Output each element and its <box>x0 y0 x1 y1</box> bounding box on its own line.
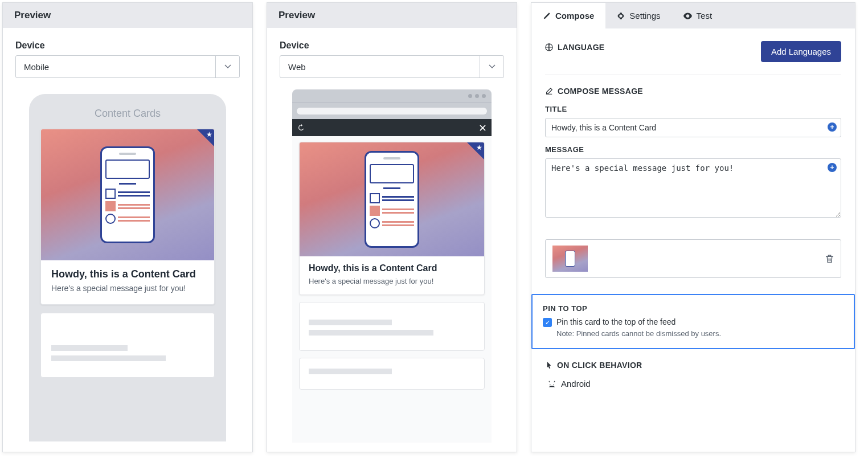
browser-toolbar <box>292 102 492 119</box>
compose-panel: Compose Settings Test LANGUAGE Add Langu… <box>531 2 855 452</box>
card-title: Howdy, this is a Content Card <box>51 268 204 280</box>
card-title: Howdy, this is a Content Card <box>309 263 475 273</box>
device-label: Device <box>280 40 504 51</box>
device-select[interactable]: Mobile <box>15 55 240 78</box>
pin-heading: PIN TO TOP <box>543 304 844 313</box>
edit-icon <box>545 87 553 95</box>
add-personalization-icon[interactable]: + <box>828 122 837 132</box>
thumbnail[interactable] <box>552 246 588 272</box>
content-card: ★ Howdy, this is a Content Card Here's <box>40 129 215 305</box>
placeholder-card <box>299 302 485 351</box>
section-label: COMPOSE MESSAGE <box>558 87 643 96</box>
tab-compose[interactable]: Compose <box>531 3 605 28</box>
feed-header <box>292 119 492 136</box>
refresh-icon[interactable] <box>298 124 305 131</box>
device-value: Web <box>280 62 480 72</box>
panel-header: Preview <box>3 3 252 28</box>
message-label: MESSAGE <box>545 145 841 154</box>
trash-icon[interactable] <box>825 254 834 264</box>
pin-note: Note: Pinned cards cannot be dismissed b… <box>556 329 844 338</box>
eye-icon <box>683 13 692 19</box>
section-label: ON CLICK BEHAVIOR <box>557 361 642 370</box>
device-label: Device <box>15 40 240 51</box>
image-attachment <box>545 239 841 278</box>
pin-checkbox[interactable]: ✓ <box>543 318 552 327</box>
close-icon[interactable] <box>480 125 486 131</box>
pin-checkbox-label: Pin this card to the top of the feed <box>556 317 675 326</box>
phone-preview: Content Cards ★ <box>29 94 226 441</box>
pencil-icon <box>543 12 551 20</box>
panel-header: Preview <box>267 3 517 28</box>
content-card: ★ Howdy, this is a Content Card Here's <box>299 142 485 295</box>
device-select[interactable]: Web <box>280 55 504 78</box>
gear-icon <box>617 12 625 20</box>
browser-chrome <box>292 89 492 102</box>
tab-label: Test <box>697 11 713 21</box>
card-image: ★ <box>300 142 484 256</box>
message-input[interactable] <box>545 158 841 218</box>
tab-label: Settings <box>629 11 660 21</box>
section-label: LANGUAGE <box>558 43 605 52</box>
android-icon <box>547 381 556 387</box>
platform-android: Android <box>547 379 841 389</box>
tabs: Compose Settings Test <box>531 3 855 28</box>
tab-label: Compose <box>555 11 594 21</box>
device-value: Mobile <box>16 62 215 72</box>
cursor-icon <box>545 361 552 370</box>
chevron-down-icon <box>480 56 503 77</box>
language-heading: LANGUAGE <box>545 43 605 52</box>
add-personalization-icon[interactable]: + <box>828 163 837 172</box>
platform-label: Android <box>561 379 591 389</box>
card-image: ★ <box>41 129 214 260</box>
preview-panel-mobile: Preview Device Mobile Content Cards ★ <box>2 2 253 452</box>
on-click-heading: ON CLICK BEHAVIOR <box>545 361 841 370</box>
card-message: Here's a special message just for you! <box>309 277 475 285</box>
tab-test[interactable]: Test <box>672 3 724 28</box>
compose-heading: COMPOSE MESSAGE <box>545 87 841 96</box>
globe-icon <box>545 43 553 51</box>
add-languages-button[interactable]: Add Languages <box>761 41 841 62</box>
card-message: Here's a special message just for you! <box>51 284 204 293</box>
title-input[interactable] <box>545 118 841 137</box>
placeholder-card <box>299 358 485 390</box>
placeholder-card <box>40 313 215 378</box>
star-icon: ★ <box>206 130 212 138</box>
title-label: TITLE <box>545 105 841 113</box>
browser-preview: ★ Howdy, this is a Content Card Here's <box>292 89 492 443</box>
preview-panel-web: Preview Device Web <box>267 2 517 452</box>
tab-settings[interactable]: Settings <box>605 3 672 28</box>
star-icon: ★ <box>476 144 482 152</box>
pin-to-top-section: PIN TO TOP ✓ Pin this card to the top of… <box>531 294 855 349</box>
phone-title: Content Cards <box>36 101 219 129</box>
chevron-down-icon <box>215 56 239 77</box>
